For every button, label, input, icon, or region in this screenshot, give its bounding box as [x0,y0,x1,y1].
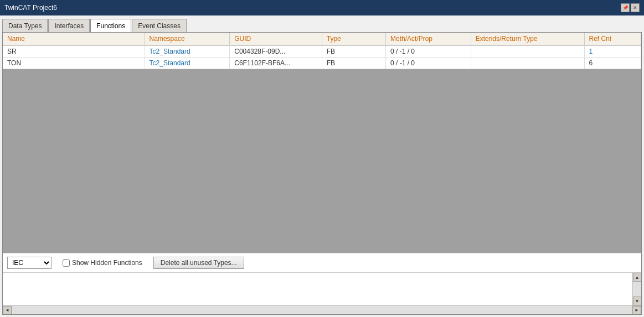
row1-meth: 0 / -1 / 0 [385,45,471,58]
row1-name: SR [3,45,145,58]
table-row[interactable]: SR Tc2_Standard C004328F-09D... FB 0 / -… [3,45,641,58]
horizontal-scrollbar: ◄ ► [3,305,641,314]
row2-refcnt-val: 6 [589,59,593,67]
language-dropdown[interactable]: IEC C C++ [7,257,51,269]
table-header-row: Name Namespace GUID Type Meth/Act/Prop E… [3,33,641,45]
col-header-guid: GUID [230,33,322,45]
col-header-name: Name [3,33,145,45]
table-area: Name Namespace GUID Type Meth/Act/Prop E… [3,33,641,253]
col-header-meth: Meth/Act/Prop [385,33,471,45]
table-container: Name Namespace GUID Type Meth/Act/Prop E… [3,33,641,69]
table-empty-area [3,69,641,253]
row2-name: TON [3,58,145,69]
panel: Name Namespace GUID Type Meth/Act/Prop E… [2,32,642,315]
bottom-scroll-area: ▲ ▼ [3,272,641,305]
scroll-track[interactable] [633,282,641,297]
row1-type: FB [322,45,385,58]
row2-meth: 0 / -1 / 0 [385,58,471,69]
table-row[interactable]: TON Tc2_Standard C6F1102F-BF6A... FB 0 /… [3,58,641,69]
row1-refcnt-link[interactable]: 1 [589,48,593,55]
delete-unused-button[interactable]: Delete all unused Types... [153,257,244,269]
row2-extends [471,58,584,69]
scroll-up-arrow[interactable]: ▲ [633,273,642,282]
tab-data-types[interactable]: Data Types [2,19,48,32]
row2-refcnt: 6 [584,58,641,69]
main-content: Data Types Interfaces Functions Event Cl… [0,15,644,317]
col-header-type: Type [322,33,385,45]
hscroll-track[interactable] [12,306,632,314]
row1-guid: C004328F-09D... [230,45,322,58]
row2-guid: C6F1102F-BF6A... [230,58,322,69]
tab-functions[interactable]: Functions [90,19,131,32]
window-title: TwinCAT Project6 [4,4,57,12]
col-header-refcnt: Ref Cnt [584,33,641,45]
bottom-toolbar: IEC C C++ Show Hidden Functions Delete a… [3,253,641,272]
col-header-extends: Extends/Return Type [471,33,584,45]
pin-button[interactable]: 📌 [621,3,630,12]
tab-event-classes[interactable]: Event Classes [132,19,187,32]
window-controls: 📌 ✕ [621,3,640,12]
show-hidden-checkbox[interactable] [63,259,70,267]
tabs-bar: Data Types Interfaces Functions Event Cl… [2,18,642,32]
scroll-left-arrow[interactable]: ◄ [3,306,12,315]
row1-extends [471,45,584,58]
row1-namespace: Tc2_Standard [145,45,230,58]
row1-refcnt: 1 [584,45,641,58]
col-header-namespace: Namespace [145,33,230,45]
show-hidden-label: Show Hidden Functions [63,259,142,267]
functions-table: Name Namespace GUID Type Meth/Act/Prop E… [3,33,641,69]
scroll-right-arrow[interactable]: ► [632,306,641,315]
vertical-scrollbar: ▲ ▼ [632,273,641,305]
tab-interfaces[interactable]: Interfaces [48,19,90,32]
show-hidden-text: Show Hidden Functions [72,259,142,267]
title-bar: TwinCAT Project6 📌 ✕ [0,0,644,15]
scroll-down-arrow[interactable]: ▼ [633,297,642,305]
row2-type: FB [322,58,385,69]
row2-namespace: Tc2_Standard [145,58,230,69]
close-button[interactable]: ✕ [631,3,640,12]
